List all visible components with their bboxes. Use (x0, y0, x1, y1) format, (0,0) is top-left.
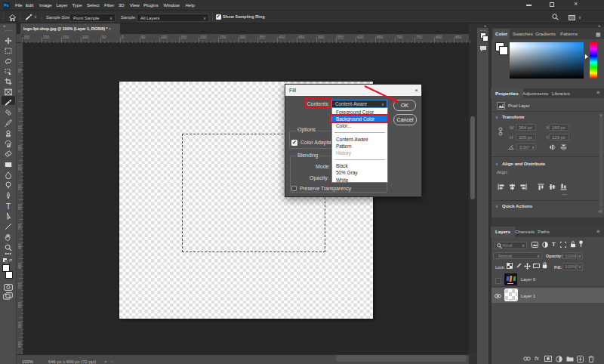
svg-text:T: T (6, 202, 11, 210)
